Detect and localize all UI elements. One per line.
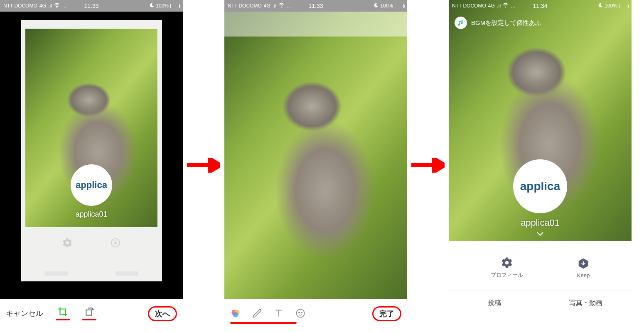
arrow-icon	[411, 158, 445, 173]
svg-point-5	[233, 312, 238, 317]
svg-point-6	[296, 309, 305, 317]
edit-canvas[interactable]	[224, 12, 407, 299]
action-label: プロフィール	[491, 271, 523, 279]
pencil-icon[interactable]	[252, 308, 263, 319]
status-bar: NTT DOCOMO 4G .ıl … 11:33 100%	[224, 0, 407, 12]
battery-pct-label: 100%	[156, 3, 169, 9]
username-label: applica01	[449, 217, 632, 228]
filter-icon[interactable]	[230, 308, 241, 319]
download-icon	[110, 237, 121, 248]
avatar-text: applica	[520, 180, 560, 193]
bgm-button[interactable]: BGMを設定して個性あふ	[455, 17, 541, 29]
status-bar: NTT DOCOMO 4G .ıl … 11:33 100%	[0, 0, 183, 12]
tab-posts[interactable]: 投稿	[449, 291, 540, 315]
more-icon: …	[62, 3, 67, 9]
wifi-icon	[54, 3, 60, 9]
highlight-underline	[56, 319, 70, 320]
battery-pct-label: 100%	[380, 3, 393, 9]
svg-point-7	[299, 312, 300, 313]
moon-icon	[598, 3, 603, 9]
action-label: Keep	[577, 272, 590, 278]
more-icon: …	[286, 3, 291, 9]
background-image	[224, 12, 407, 299]
battery-pct-label: 100%	[605, 3, 617, 9]
signal-icon: .ıl	[273, 3, 276, 9]
arrow-icon	[187, 158, 220, 173]
profile-settings-button[interactable]: プロフィール	[491, 256, 523, 279]
wifi-icon	[503, 3, 509, 9]
music-icon	[455, 17, 467, 29]
avatar: applica	[71, 164, 112, 206]
next-button[interactable]: 次へ	[148, 306, 177, 321]
svg-point-9	[505, 6, 506, 7]
carrier-label: NTT DOCOMO	[3, 3, 37, 9]
moon-icon	[149, 3, 154, 9]
highlight-underline	[82, 319, 96, 320]
more-icon: …	[511, 3, 516, 9]
signal-icon: .ıl	[48, 3, 52, 9]
crop-canvas[interactable]: applica applica01	[0, 12, 183, 299]
moon-icon	[374, 3, 379, 9]
network-label: 4G	[39, 3, 46, 9]
profile-tabs: 投稿 写真・動画	[449, 290, 632, 315]
gear-icon	[501, 256, 513, 269]
svg-point-2	[281, 6, 282, 7]
gear-icon	[62, 237, 73, 248]
preview-card: applica applica01	[21, 20, 162, 281]
carrier-label: NTT DOCOMO	[452, 3, 486, 9]
screen-edit: NTT DOCOMO 4G .ıl … 11:33 100%	[224, 0, 407, 328]
network-label: 4G	[264, 3, 270, 9]
download-hex-icon	[577, 257, 590, 270]
keep-button[interactable]: Keep	[577, 257, 590, 278]
crop-icon[interactable]	[57, 306, 68, 317]
carrier-label: NTT DOCOMO	[228, 3, 262, 9]
wifi-icon	[278, 3, 284, 9]
bgm-label: BGMを設定して個性あふ	[471, 19, 541, 27]
svg-point-8	[301, 312, 302, 313]
profile-actions: プロフィール Keep	[449, 245, 632, 290]
status-bar: NTT DOCOMO 4G .ıl … 11:34 100%	[449, 0, 632, 12]
svg-point-0	[57, 6, 57, 7]
tab-media[interactable]: 写真・動画	[540, 291, 632, 315]
battery-icon	[395, 4, 404, 8]
battery-icon	[170, 4, 179, 8]
placeholder-bar	[45, 271, 68, 276]
sticker-icon[interactable]	[295, 308, 306, 319]
svg-rect-1	[86, 310, 91, 315]
screen-crop: NTT DOCOMO 4G .ıl … 11:33 100% applica a…	[0, 0, 183, 328]
avatar[interactable]: applica	[513, 159, 567, 213]
top-fade	[224, 12, 407, 37]
username-label: applica01	[21, 210, 162, 219]
avatar-text: applica	[76, 180, 107, 190]
highlight-underline	[230, 322, 297, 324]
signal-icon: .ıl	[497, 3, 501, 9]
done-button[interactable]: 完了	[372, 306, 401, 321]
text-icon[interactable]	[273, 308, 284, 319]
battery-icon	[619, 4, 628, 8]
footer-toolbar: 完了	[224, 299, 407, 328]
placeholder-bar	[116, 271, 138, 276]
rotate-icon[interactable]	[84, 306, 95, 317]
screen-profile: NTT DOCOMO 4G .ıl … 11:34 100% BGM	[449, 0, 632, 328]
footer-toolbar: キャンセル 次へ	[0, 299, 183, 328]
cancel-button[interactable]: キャンセル	[6, 308, 43, 318]
chevron-down-icon[interactable]	[449, 231, 632, 238]
network-label: 4G	[488, 3, 495, 9]
